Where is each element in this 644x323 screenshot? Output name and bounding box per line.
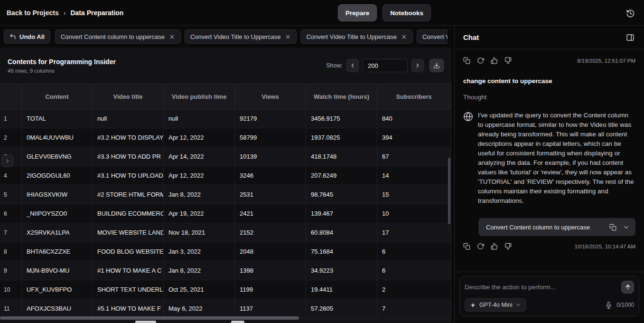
send-button[interactable] — [621, 281, 634, 294]
tab-prepare[interactable]: Prepare — [338, 4, 377, 21]
table-cell[interactable]: Nov 18, 2021 — [164, 223, 235, 242]
table-cell[interactable]: 14 — [377, 166, 451, 185]
table-row[interactable]: 11 AFOXJCS3BAU #5.1 HOW TO MAKE F May 6,… — [0, 299, 451, 318]
history-button[interactable] — [626, 8, 636, 19]
table-cell[interactable]: #3.1 HOW TO UPLOAD — [93, 166, 164, 185]
vertical-scrollbar-thumb[interactable] — [448, 158, 450, 224]
table-cell[interactable]: BHTA6CXZZXE — [22, 242, 93, 261]
column-header[interactable]: Video title — [93, 84, 164, 109]
table-cell[interactable]: null — [93, 109, 164, 128]
table-cell[interactable]: 2048 — [235, 242, 306, 261]
table-row[interactable]: 10 UFX_KUVBFPO SHORT TEXT UNDERL Oct 25,… — [0, 280, 451, 299]
table-cell[interactable]: GLEVV0E6VNG — [22, 147, 93, 166]
transform-chip[interactable]: Convert Content column to uppercase — [55, 29, 181, 44]
row-number[interactable]: 7 — [0, 223, 22, 242]
table-cell[interactable]: 394 — [377, 128, 451, 147]
table-cell[interactable]: #2 STORE HTML FORM — [93, 185, 164, 204]
table-cell[interactable]: 0MAL4UUVWBU — [22, 128, 93, 147]
table-cell[interactable]: 2IGOGDGUL60 — [22, 166, 93, 185]
show-rows-input[interactable] — [363, 59, 408, 72]
table-cell[interactable]: 2152 — [235, 223, 306, 242]
table-cell[interactable]: Jan 8, 2022 — [164, 261, 235, 280]
table-cell[interactable]: 57.2605 — [306, 299, 377, 318]
table-row[interactable]: 9 MJN-B9VO-MU #1 HOW TO MAKE A C Jan 8, … — [0, 261, 451, 280]
next-page-button[interactable] — [411, 59, 424, 72]
table-cell[interactable]: 3456.9175 — [306, 109, 377, 128]
row-number[interactable]: 5 — [0, 185, 22, 204]
table-cell[interactable]: 1937.0825 — [306, 128, 377, 147]
close-icon[interactable] — [285, 34, 291, 40]
table-cell[interactable]: 34.9223 — [306, 261, 377, 280]
chevron-down-icon[interactable] — [623, 224, 630, 231]
corner-header-cell[interactable] — [0, 84, 22, 109]
table-row[interactable]: 6 _NIIPOYSZO0 BUILDING ECOMMERC Apr 19, … — [0, 204, 451, 223]
row-number[interactable]: 6 — [0, 204, 22, 223]
horizontal-scrollbar-thumb[interactable] — [0, 316, 299, 320]
panel-toggle-button[interactable] — [626, 33, 635, 42]
thought-toggle[interactable]: Thought — [463, 94, 635, 101]
regenerate-icon[interactable] — [477, 57, 484, 64]
column-header[interactable]: Subscribers — [377, 84, 451, 109]
table-cell[interactable]: Jan 3, 2022 — [164, 242, 235, 261]
copy-icon[interactable] — [463, 57, 470, 64]
row-number[interactable]: 9 — [0, 261, 22, 280]
table-cell[interactable]: Apr 12, 2022 — [164, 166, 235, 185]
horizontal-scrollbar[interactable] — [0, 316, 451, 320]
table-cell[interactable]: Apr 14, 2022 — [164, 147, 235, 166]
expand-sidebar-handle[interactable] — [2, 155, 13, 167]
table-cell[interactable]: 58799 — [235, 128, 306, 147]
table-cell[interactable]: Jan 8, 2022 — [164, 185, 235, 204]
table-cell[interactable]: _NIIPOYSZO0 — [22, 204, 93, 223]
transform-chip[interactable]: Convert Video Title to Uppercase — [300, 29, 413, 44]
prev-page-button[interactable] — [346, 59, 359, 72]
table-cell[interactable]: SHORT TEXT UNDERL — [93, 280, 164, 299]
table-cell[interactable]: 3246 — [235, 166, 306, 185]
table-cell[interactable]: 15 — [377, 185, 451, 204]
table-row[interactable]: 5 IHIAGSXVKIW #2 STORE HTML FORM Jan 8, … — [0, 185, 451, 204]
model-selector[interactable]: GPT-4o Mini — [465, 298, 526, 312]
mic-icon[interactable] — [605, 302, 612, 309]
table-cell[interactable]: IHIAGSXVKIW — [22, 185, 93, 204]
copy-icon[interactable] — [463, 243, 470, 250]
thumbs-up-icon[interactable] — [491, 243, 498, 250]
table-cell[interactable]: 19.4411 — [306, 280, 377, 299]
table-cell[interactable]: null — [164, 109, 235, 128]
table-cell[interactable]: 67 — [377, 147, 451, 166]
row-number[interactable]: 11 — [0, 299, 22, 318]
table-row[interactable]: 2 0MAL4UUVWBU #3.2 HOW TO DISPLAY Apr 12… — [0, 128, 451, 147]
table-cell[interactable]: 139.467 — [306, 204, 377, 223]
column-header[interactable]: Watch time (hours) — [306, 84, 377, 109]
table-cell[interactable]: 418.1748 — [306, 147, 377, 166]
row-number[interactable]: 8 — [0, 242, 22, 261]
table-cell[interactable]: 1398 — [235, 261, 306, 280]
table-cell[interactable]: 98.7645 — [306, 185, 377, 204]
table-cell[interactable]: MOVIE WEBSITE LAND — [93, 223, 164, 242]
transform-chip[interactable]: Convert Video Title to Uppercase — [417, 29, 448, 44]
chat-input[interactable] — [465, 280, 616, 294]
table-cell[interactable]: 7 — [377, 299, 451, 318]
thumbs-down-icon[interactable] — [504, 243, 512, 250]
download-button[interactable] — [429, 59, 444, 72]
table-cell[interactable]: May 6, 2022 — [164, 299, 235, 318]
thumbs-up-icon[interactable] — [491, 57, 498, 64]
table-cell[interactable]: Apr 12, 2022 — [164, 128, 235, 147]
row-number[interactable]: 10 — [0, 280, 22, 299]
table-cell[interactable]: 1199 — [235, 280, 306, 299]
transform-action-card[interactable]: Convert Content column to uppercase — [478, 218, 635, 236]
table-cell[interactable]: #5.1 HOW TO MAKE F — [93, 299, 164, 318]
table-cell[interactable]: Oct 25, 2021 — [164, 280, 235, 299]
table-cell[interactable]: #3.2 HOW TO DISPLAY — [93, 128, 164, 147]
table-cell[interactable]: 60.8084 — [306, 223, 377, 242]
table-cell[interactable]: 1137 — [235, 299, 306, 318]
table-cell[interactable]: X2SRVKA1LPA — [22, 223, 93, 242]
table-cell[interactable]: 92179 — [235, 109, 306, 128]
table-cell[interactable]: UFX_KUVBFPO — [22, 280, 93, 299]
table-cell[interactable]: 6 — [377, 242, 451, 261]
regenerate-icon[interactable] — [477, 243, 484, 250]
table-row[interactable]: 3 GLEVV0E6VNG #3.3 HOW TO ADD PR Apr 14,… — [0, 147, 451, 166]
column-header[interactable]: Views — [235, 84, 306, 109]
row-number[interactable]: 2 — [0, 128, 22, 147]
column-header[interactable]: Content — [22, 84, 93, 109]
column-header[interactable]: Video publish time — [164, 84, 235, 109]
table-cell[interactable]: FOOD BLOG WEBSITE — [93, 242, 164, 261]
